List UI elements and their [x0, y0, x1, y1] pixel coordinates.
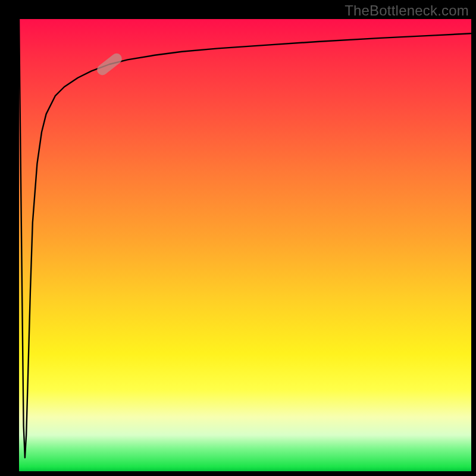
y-axis-blackbar — [0, 19, 19, 471]
curve-layer — [19, 19, 471, 471]
curve-marker — [95, 51, 124, 77]
chart-frame: TheBottleneck.com — [0, 0, 476, 476]
plot-area — [19, 19, 471, 471]
bottleneck-curve — [19, 19, 471, 458]
x-axis-blackbar — [0, 471, 476, 476]
watermark-text: TheBottleneck.com — [345, 2, 469, 19]
svg-rect-0 — [95, 51, 124, 77]
